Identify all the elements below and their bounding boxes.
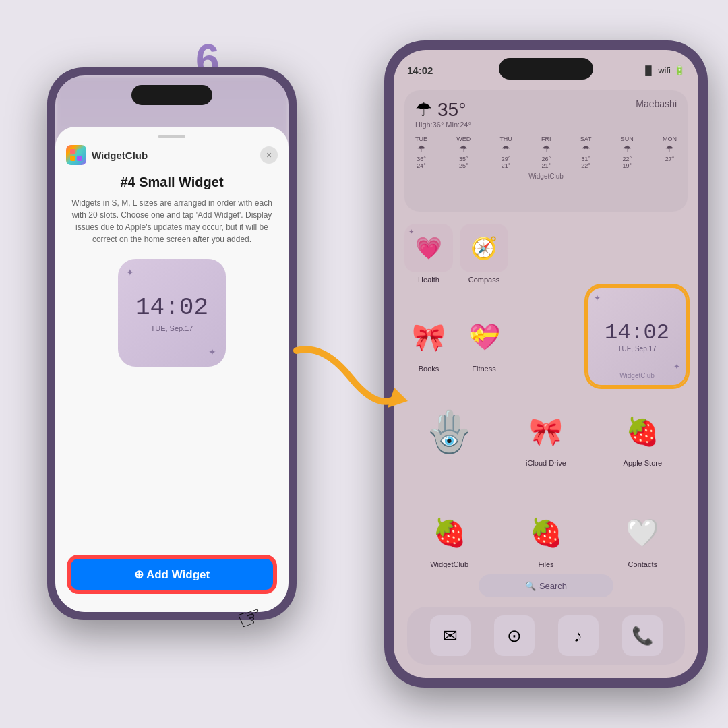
search-bar[interactable]: 🔍 Search — [479, 574, 613, 597]
left-phone-notch — [131, 85, 212, 105]
svg-rect-0 — [70, 149, 75, 154]
sheet-handle — [158, 135, 185, 138]
health-sparkle: ✦ — [408, 228, 414, 235]
app-item-compass[interactable]: 🧭 Compass — [460, 224, 508, 284]
search-label: Search — [539, 581, 567, 591]
svg-rect-1 — [77, 149, 82, 154]
svg-rect-3 — [77, 156, 82, 161]
preview-time: 14:02 — [135, 294, 208, 322]
forecast-day-label: THU — [499, 135, 512, 142]
apple-store-label: Apple Store — [624, 459, 662, 467]
icloud-label: iCloud Drive — [526, 459, 566, 467]
compass-label: Compass — [468, 276, 499, 284]
widget-label: WidgetClub — [619, 372, 655, 380]
app-item-books[interactable]: 🎀 Books — [404, 313, 453, 373]
apps-row3: 🪬 🎀 iCloud Drive 🍓 Apple Store — [404, 407, 688, 467]
widgetclub-icon — [66, 145, 86, 165]
add-widget-button[interactable]: ⊕ Add Widget — [69, 557, 275, 592]
weather-widget: ☂ 35° High:36° Min:24° Maebashi TUE☂36°2… — [404, 90, 688, 212]
fitness-label: Fitness — [472, 365, 495, 373]
forecast-day-label: SUN — [621, 135, 634, 142]
widgetclub-weather-label: WidgetClub — [415, 173, 677, 180]
weather-temp: 35° — [437, 99, 466, 121]
apps-row2: 🎀 Books 💝 Fitness — [404, 313, 508, 373]
preview-date: TUE, Sep.17 — [151, 324, 193, 332]
widgetclub-app-label: WidgetClub — [430, 560, 468, 568]
widget-sparkle-tl: ✦ — [594, 293, 601, 303]
widget-date: TUE, Sep.17 — [617, 345, 656, 353]
widget-preview: ✦ 14:02 TUE, Sep.17 ✦ — [118, 259, 226, 367]
apps-row4: 🍓 WidgetClub 🍓 Files 🤍 Contacts — [404, 508, 688, 568]
health-label: Health — [418, 276, 439, 284]
right-phone: 14:02 ▐▌ wifi 🔋 ☂ 35° High:36° Min:24° — [384, 40, 708, 688]
wifi-icon: wifi — [658, 65, 671, 75]
apps-row1: ✦ 💗 Health 🧭 Compass — [404, 224, 508, 284]
app-item-fitness[interactable]: 💝 Fitness — [460, 313, 508, 373]
app-item-heart[interactable]: 🪬 — [404, 407, 494, 467]
sheet-close-button[interactable]: × — [260, 146, 278, 164]
sparkle-tl: ✦ — [126, 267, 134, 278]
sheet-title: #4 Small Widget — [120, 175, 223, 190]
contacts-label: Contacts — [628, 560, 657, 568]
forecast-day-label: MON — [663, 135, 677, 142]
weather-city: Maebashi — [636, 98, 677, 109]
weather-icon: ☂ — [415, 98, 432, 121]
weather-high-low: High:36° Min:24° — [415, 121, 471, 129]
app-item-health[interactable]: ✦ 💗 Health — [404, 224, 453, 284]
app-item-contacts[interactable]: 🤍 Contacts — [598, 508, 688, 568]
search-icon: 🔍 — [525, 581, 536, 591]
dock-phone[interactable]: 📞 — [622, 615, 663, 656]
dock: ✉ ⊙ ♪ 📞 — [407, 607, 685, 665]
sheet-description: Widgets in S, M, L sizes are arranged in… — [55, 197, 289, 245]
app-item-apple-store[interactable]: 🍓 Apple Store — [598, 407, 688, 467]
battery-icon: 🔋 — [674, 65, 685, 75]
status-time: 14:02 — [407, 65, 433, 76]
forecast-day-label: SAT — [580, 135, 592, 142]
forecast-day-label: WED — [456, 135, 471, 142]
widget-sheet: WidgetClub × #4 Small Widget Widgets in … — [55, 127, 289, 612]
widget-sparkle-br: ✦ — [673, 362, 680, 371]
signal-icon: ▐▌ — [642, 65, 655, 75]
forecast-day-label: TUE — [415, 135, 427, 142]
status-icons: ▐▌ wifi 🔋 — [642, 65, 685, 75]
widget-time: 14:02 — [605, 320, 669, 345]
left-phone: WidgetClub × #4 Small Widget Widgets in … — [47, 67, 297, 620]
dock-safari[interactable]: ⊙ — [494, 615, 535, 656]
app-item-icloud[interactable]: 🎀 iCloud Drive — [501, 407, 590, 467]
svg-rect-2 — [70, 156, 75, 161]
right-phone-notch — [499, 58, 593, 80]
weather-forecast: TUE☂36°24° WED☂35°25° THU☂29°21° FRI☂26°… — [415, 135, 677, 169]
dock-mail[interactable]: ✉ — [430, 615, 471, 656]
sparkle-br: ✦ — [208, 346, 216, 357]
sheet-header: WidgetClub × — [55, 145, 289, 172]
sheet-app-name: WidgetClub — [92, 150, 148, 161]
widgetclub-widget[interactable]: ✦ 14:02 TUE, Sep.17 ✦ WidgetClub — [586, 286, 688, 387]
dock-music[interactable]: ♪ — [558, 615, 599, 656]
app-item-widgetclub[interactable]: 🍓 WidgetClub — [404, 508, 494, 568]
books-label: Books — [419, 365, 439, 373]
forecast-day-label: FRI — [541, 135, 551, 142]
files-label: Files — [538, 560, 553, 568]
app-item-files[interactable]: 🍓 Files — [501, 508, 590, 568]
sheet-logo: WidgetClub — [66, 145, 148, 165]
